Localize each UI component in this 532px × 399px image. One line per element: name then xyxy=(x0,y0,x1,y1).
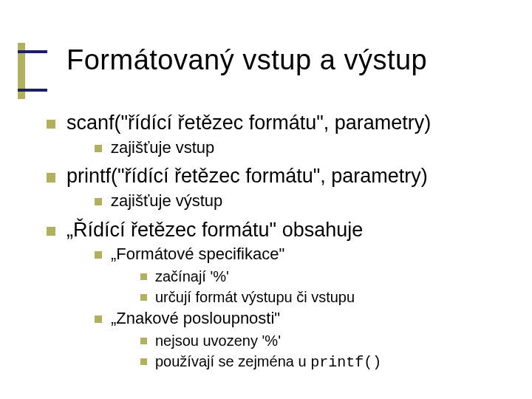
list-item: začínají '%' xyxy=(155,267,510,286)
square-bullet-icon xyxy=(47,120,55,129)
list-item: nejsou uvozeny '%' xyxy=(155,331,510,350)
item-text: zajišťuje vstup xyxy=(111,138,214,157)
item-text: scanf("řídící řetězec formátu", parametr… xyxy=(66,112,431,134)
item-text: určují formát výstupu či vstupu xyxy=(155,289,355,305)
list-item: „Řídící řetězec formátu" obsahuje xyxy=(66,218,510,243)
square-bullet-icon xyxy=(95,198,102,205)
item-text: zajišťuje výstup xyxy=(111,191,222,210)
square-bullet-icon xyxy=(140,338,147,344)
list-item: určují formát výstupu či vstupu xyxy=(155,287,510,307)
accent-tick xyxy=(18,89,47,92)
slide-body: scanf("řídící řetězec formátu", parametr… xyxy=(44,111,510,374)
square-bullet-icon xyxy=(47,173,55,182)
list-item: printf("řídící řetězec formátu", paramet… xyxy=(66,164,510,189)
list-item: používají se zejména u printf() xyxy=(155,352,510,372)
item-text: nejsou uvozeny '%' xyxy=(155,332,281,349)
square-bullet-icon xyxy=(47,227,55,236)
item-text: „Formátové specifikace" xyxy=(111,245,284,263)
list-item: zajišťuje výstup xyxy=(111,191,510,212)
item-text: printf("řídící řetězec formátu", paramet… xyxy=(66,165,428,187)
code-text: printf() xyxy=(310,354,381,371)
square-bullet-icon xyxy=(140,294,147,301)
square-bullet-icon xyxy=(95,251,102,259)
item-text: začínají '%' xyxy=(155,268,229,284)
accent-tick xyxy=(18,50,47,53)
square-bullet-icon xyxy=(140,358,147,365)
list-item: zajišťuje vstup xyxy=(111,137,510,159)
list-item: scanf("řídící řetězec formátu", parametr… xyxy=(66,111,510,136)
slide-title: Formátovaný vstup a výstup xyxy=(66,44,427,76)
item-text: používají se zejména u xyxy=(155,353,310,369)
item-text: „Znakové posloupnosti" xyxy=(111,309,280,327)
item-text: „Řídící řetězec formátu" obsahuje xyxy=(66,219,363,241)
list-item: „Znakové posloupnosti" xyxy=(111,308,510,330)
square-bullet-icon xyxy=(140,273,147,280)
square-bullet-icon xyxy=(95,316,102,323)
list-item: „Formátové specifikace" xyxy=(111,244,510,265)
slide: Formátovaný vstup a výstup scanf("řídící… xyxy=(0,0,532,399)
square-bullet-icon xyxy=(95,145,102,152)
